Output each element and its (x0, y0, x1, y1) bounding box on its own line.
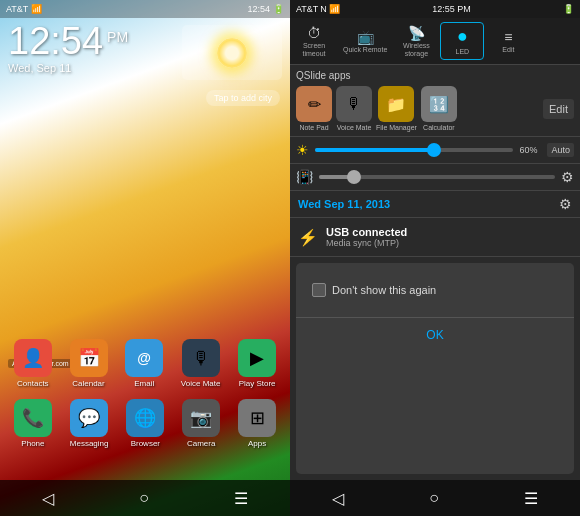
qs-screen-timeout[interactable]: ⏱ Screentimeout (292, 22, 336, 60)
home-button-left[interactable]: ○ (139, 489, 149, 507)
qslide-voicemate-icon: 🎙 (336, 86, 372, 122)
messaging-label: Messaging (70, 439, 109, 448)
usb-subtitle: Media sync (MTP) (326, 238, 572, 248)
qslide-voicemate[interactable]: 🎙 Voice Mate (336, 86, 372, 131)
calendar-icon: 📅 (70, 339, 108, 377)
ok-button[interactable]: OK (296, 318, 574, 352)
right-status-right: 🔋 (563, 4, 574, 14)
led-icon: ● (457, 26, 468, 47)
playstore-label: Play Store (239, 379, 276, 388)
dont-show-checkbox[interactable] (312, 283, 326, 297)
usb-text: USB connected Media sync (MTP) (326, 226, 572, 248)
qslide-voicemate-label: Voice Mate (337, 124, 372, 131)
contacts-icon: 👤 (14, 339, 52, 377)
qs-led[interactable]: ● LED (440, 22, 484, 60)
qslide-section: QSlide apps ✏ Note Pad 🎙 Voice Mate 📁 Fi… (290, 65, 580, 137)
menu-button-left[interactable]: ☰ (234, 489, 248, 508)
vibrate-row: 📳 ⚙ (290, 164, 580, 191)
battery-icon-left: 🔋 (273, 4, 284, 14)
wireless-storage-label: Wirelessstorage (403, 42, 430, 57)
phone-icon: 📞 (14, 399, 52, 437)
contacts-app[interactable]: 👤 Contacts (14, 339, 52, 388)
right-panel: AT&T N 📶 12:55 PM 🔋 ⏱ Screentimeout 📺 Qu… (290, 0, 580, 516)
left-status-left: AT&T 📶 (6, 4, 42, 14)
carrier-left: AT&T (6, 4, 28, 14)
camera-icon: 📷 (182, 399, 220, 437)
vibrate-icon: 📳 (296, 169, 313, 185)
vibrate-slider[interactable] (319, 175, 555, 179)
dont-show-label: Don't show this again (332, 284, 436, 296)
clock-date: Wed, Sep 11 (8, 62, 128, 74)
left-panel: AT&T 📶 12:54 🔋 12:54 PM Wed, Sep 11 Tap … (0, 0, 290, 516)
wireless-storage-icon: 📡 (408, 25, 425, 41)
nfc-icon: N (320, 4, 327, 14)
screen-timeout-label: Screentimeout (303, 42, 326, 57)
led-label: LED (456, 48, 470, 56)
vibrate-settings-icon[interactable]: ⚙ (561, 169, 574, 185)
usb-icon: ⚡ (298, 228, 318, 247)
calendar-app[interactable]: 📅 Calendar (70, 339, 108, 388)
email-icon: @ (125, 339, 163, 377)
notification-date: Wed Sep 11, 2013 (298, 198, 390, 210)
calendar-label: Calendar (72, 379, 104, 388)
right-nav-bar: ◁ ○ ☰ (290, 480, 580, 516)
browser-app[interactable]: 🌐 Browser (126, 399, 164, 448)
brightness-fill (315, 148, 434, 152)
clock-time-display: 12:54 PM (8, 22, 128, 60)
notification-settings-icon[interactable]: ⚙ (559, 196, 572, 212)
app-row-1: 👤 Contacts 📅 Calendar @ Email 🎙 Voice Ma… (0, 339, 290, 388)
qs-edit[interactable]: ≡ Edit (486, 26, 530, 57)
notification-header: Wed Sep 11, 2013 ⚙ (290, 191, 580, 218)
edit-icon: ≡ (504, 29, 512, 45)
filemanager-label: File Manager (376, 124, 417, 131)
quick-remote-icon: 📺 (357, 29, 374, 45)
messaging-app[interactable]: 💬 Messaging (70, 399, 109, 448)
qslide-calculator[interactable]: 🔢 Calculator (421, 86, 457, 131)
checkbox-row: Don't show this again (312, 275, 558, 305)
voicemate-app[interactable]: 🎙 Voice Mate (181, 339, 221, 388)
tap-to-add-city[interactable]: Tap to add city (206, 90, 280, 106)
phone-app[interactable]: 📞 Phone (14, 399, 52, 448)
usb-notification: ⚡ USB connected Media sync (MTP) (290, 218, 580, 257)
left-status-right: 12:54 🔋 (247, 4, 284, 14)
voicemate-icon: 🎙 (182, 339, 220, 377)
qslide-filemanager[interactable]: 📁 File Manager (376, 86, 417, 131)
filemanager-icon: 📁 (378, 86, 414, 122)
qs-wireless-storage[interactable]: 📡 Wirelessstorage (394, 22, 438, 60)
edit-label: Edit (502, 46, 514, 54)
vibrate-thumb (347, 170, 361, 184)
browser-label: Browser (131, 439, 160, 448)
browser-icon: 🌐 (126, 399, 164, 437)
home-button-right[interactable]: ○ (429, 489, 439, 507)
signal-icon-left: 📶 (31, 4, 42, 14)
calculator-icon: 🔢 (421, 86, 457, 122)
time-left: 12:54 (247, 4, 270, 14)
auto-brightness-button[interactable]: Auto (547, 143, 574, 157)
brightness-thumb (427, 143, 441, 157)
time-right: 12:55 PM (432, 4, 471, 14)
apps-app[interactable]: ⊞ Apps (238, 399, 276, 448)
weather-widget[interactable] (182, 25, 282, 80)
menu-button-right[interactable]: ☰ (524, 489, 538, 508)
dialog-content: Don't show this again (296, 263, 574, 317)
brightness-row: ☀ 60% Auto (290, 137, 580, 164)
qslide-apps-row: ✏ Note Pad 🎙 Voice Mate 📁 File Manager 🔢… (296, 86, 574, 131)
signal-icon-right: 📶 (329, 4, 340, 14)
playstore-app[interactable]: ▶ Play Store (238, 339, 276, 388)
app-row-2: 📞 Phone 💬 Messaging 🌐 Browser 📷 Camera ⊞… (0, 399, 290, 448)
qslide-notepad[interactable]: ✏ Note Pad (296, 86, 332, 131)
email-app[interactable]: @ Email (125, 339, 163, 388)
phone-label: Phone (21, 439, 44, 448)
back-button-left[interactable]: ◁ (42, 489, 54, 508)
camera-app[interactable]: 📷 Camera (182, 399, 220, 448)
back-button-right[interactable]: ◁ (332, 489, 344, 508)
qslide-edit-button[interactable]: Edit (543, 99, 574, 119)
clock-ampm: PM (107, 30, 128, 44)
brightness-slider[interactable] (315, 148, 513, 152)
right-status-bar: AT&T N 📶 12:55 PM 🔋 (290, 0, 580, 18)
quick-remote-label: Quick Remote (343, 46, 387, 54)
qs-quick-remote[interactable]: 📺 Quick Remote (338, 26, 392, 57)
brightness-icon: ☀ (296, 142, 309, 158)
carrier-right: AT&T (296, 4, 318, 14)
contacts-label: Contacts (17, 379, 49, 388)
